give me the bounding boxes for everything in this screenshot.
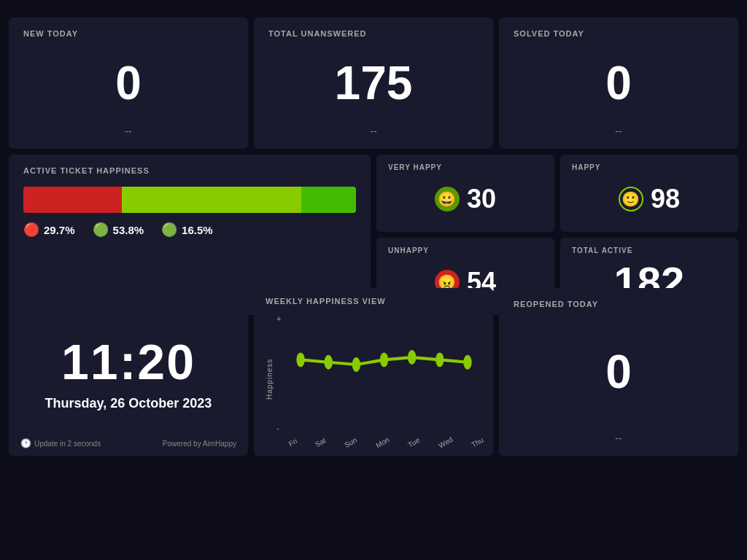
row3: 11:20 Thursday, 26 October 2023 🕐 Update…: [9, 288, 738, 456]
dot-wed: [436, 352, 444, 367]
legend-red: 🔴 29.7%: [23, 222, 75, 238]
happy-face-small: 🟢: [93, 222, 109, 238]
x-label-wed: Wed: [437, 435, 454, 450]
x-label-fri: Fri: [287, 437, 299, 448]
new-today-card: NEW TODAY 0 --: [9, 18, 248, 149]
powered-by: Powered by AimHappy: [163, 440, 236, 448]
very-happy-value: 😀 30: [388, 174, 543, 223]
solved-today-label: SOLVED TODAY: [514, 29, 724, 38]
dot-sat: [324, 355, 332, 370]
row1: NEW TODAY 0 -- TOTAL UNANSWERED 175 -- S…: [9, 18, 738, 149]
row2: ACTIVE TICKET HAPPINESS 🔴 29.7% 🟢 53.8% …: [9, 155, 738, 282]
new-today-label: NEW TODAY: [23, 29, 233, 38]
bar-light-green: [122, 187, 301, 213]
new-today-sub: --: [23, 125, 233, 137]
happy-icon: 🙂: [619, 187, 643, 211]
total-unanswered-label: TOTAL UNANSWERED: [268, 29, 479, 38]
total-active-label: TOTAL ACTIVE: [572, 246, 727, 254]
reopened-today-sub: --: [514, 432, 724, 444]
chart-x-labels: Fri Sat Sun Mon Tue Wed Thu: [287, 439, 481, 447]
legend-light-green: 🟢 53.8%: [93, 222, 144, 238]
bar-red: [23, 187, 122, 213]
chart-plus-label: +: [276, 314, 281, 323]
solved-today-sub: --: [514, 125, 724, 137]
happiness-bar: [23, 187, 356, 213]
total-unanswered-sub: --: [268, 125, 479, 137]
very-happy-face-small: 🟢: [161, 222, 177, 238]
very-happy-icon: 😀: [435, 187, 460, 211]
dark-green-pct: 16.5%: [182, 224, 213, 236]
very-happy-card: VERY HAPPY 😀 30: [376, 155, 554, 232]
very-happy-label: VERY HAPPY: [388, 163, 543, 171]
dot-sun: [352, 357, 360, 372]
dot-tue: [408, 350, 416, 365]
weekly-happiness-label: WEEKLY HAPPINESS VIEW: [266, 297, 481, 306]
total-unanswered-value: 175: [268, 44, 479, 122]
reopened-today-value: 0: [514, 314, 724, 429]
legend-dark-green: 🟢 16.5%: [161, 222, 213, 238]
update-text: Update in 2 seconds: [34, 440, 101, 448]
chart-minus-label: -: [276, 424, 279, 432]
unhappy-face-small: 🔴: [23, 222, 39, 238]
reopened-today-card: REOPENED TODAY 0 --: [499, 288, 738, 456]
chart-svg: [287, 311, 481, 432]
unhappy-label: UNHAPPY: [388, 246, 543, 254]
happy-value: 🙂 98: [572, 174, 727, 223]
x-label-sun: Sun: [343, 436, 358, 449]
red-pct: 29.7%: [44, 224, 75, 236]
chart-y-label: Happiness: [266, 311, 274, 447]
clock-icon: 🕐: [20, 438, 31, 448]
reopened-today-label: REOPENED TODAY: [514, 300, 724, 308]
clock-time: 11:20: [61, 333, 196, 390]
dot-mon: [380, 352, 388, 367]
chart-svg-container: [287, 311, 481, 432]
bar-dark-green: [301, 187, 356, 213]
dot-thu: [463, 355, 471, 370]
clock-footer: 🕐 Update in 2 seconds Powered by AimHapp…: [9, 438, 248, 448]
x-label-thu: Thu: [470, 436, 484, 449]
x-label-tue: Tue: [406, 436, 421, 449]
clock-date: Thursday, 26 October 2023: [45, 396, 212, 411]
happy-card: HAPPY 🙂 98: [560, 155, 738, 232]
happiness-legend: 🔴 29.7% 🟢 53.8% 🟢 16.5%: [23, 222, 356, 238]
weekly-happiness-card: WEEKLY HAPPINESS VIEW Happiness + -: [254, 288, 493, 456]
dot-fri: [296, 352, 304, 367]
x-label-sat: Sat: [314, 436, 328, 448]
x-label-mon: Mon: [374, 435, 390, 449]
dashboard: NEW TODAY 0 -- TOTAL UNANSWERED 175 -- S…: [9, 18, 738, 542]
chart-inner: + -: [276, 311, 481, 447]
new-today-value: 0: [23, 44, 233, 122]
total-unanswered-card: TOTAL UNANSWERED 175 --: [254, 18, 493, 149]
chart-area: Happiness + -: [266, 311, 481, 447]
update-text-container: 🕐 Update in 2 seconds: [20, 438, 101, 448]
happiness-label: ACTIVE TICKET HAPPINESS: [23, 166, 356, 175]
green-pct: 53.8%: [113, 224, 144, 236]
solved-today-card: SOLVED TODAY 0 --: [499, 18, 738, 149]
clock-card: 11:20 Thursday, 26 October 2023 🕐 Update…: [9, 288, 248, 456]
happy-label: HAPPY: [572, 163, 727, 171]
solved-today-value: 0: [514, 44, 724, 122]
